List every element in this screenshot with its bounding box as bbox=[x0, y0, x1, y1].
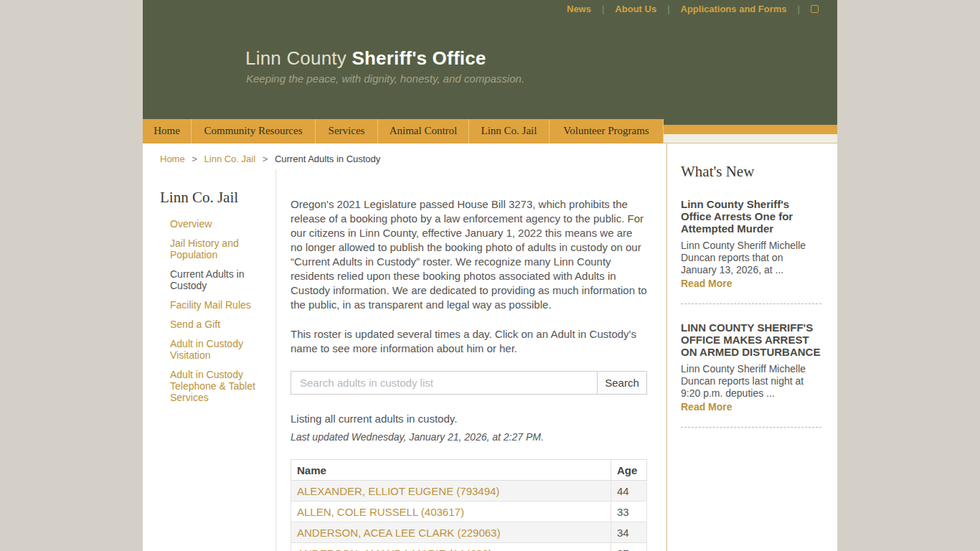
article: Oregon's 2021 Legislature passed House B… bbox=[276, 169, 666, 551]
breadcrumb-current-page: Current Adults in Custody bbox=[275, 154, 380, 164]
table-row: ANDERSON, ACEA LEE CLARK (229063) 34 bbox=[291, 522, 647, 543]
jail-sidebar: Linn Co. Jail Overview Jail History and … bbox=[143, 169, 276, 551]
last-updated-text: Last updated Wednesday, January 21, 2026… bbox=[291, 431, 647, 443]
sidebar-link-overview[interactable]: Overview bbox=[170, 218, 212, 230]
inmate-age: 44 bbox=[611, 481, 647, 501]
custody-search-button[interactable]: Search bbox=[597, 371, 647, 395]
topbar-link-applications-and-forms[interactable]: Applications and Forms bbox=[681, 4, 787, 14]
whats-new-title: What's New bbox=[681, 163, 821, 181]
sidebar-link-visitation[interactable]: Adult in Custody Visitation bbox=[170, 338, 243, 361]
column-header-name: Name bbox=[291, 460, 611, 481]
content-area: Home > Linn Co. Jail > Current Adults in… bbox=[143, 143, 837, 551]
topbar-link-news[interactable]: News bbox=[567, 4, 591, 14]
sidebar-item-overview: Overview bbox=[170, 218, 267, 230]
table-header-row: Name Age bbox=[291, 460, 647, 481]
topbar-separator: | bbox=[798, 4, 800, 14]
listing-status-text: Listing all current adults in custody. bbox=[291, 413, 647, 425]
custody-search-form: Search bbox=[291, 371, 647, 395]
site-title: Linn County Sheriff's Office bbox=[245, 47, 837, 70]
read-more-link[interactable]: Read More bbox=[681, 401, 732, 413]
site-tagline: Keeping the peace, with dignity, honesty… bbox=[246, 72, 837, 85]
page-container: News | About Us | Applications and Forms… bbox=[143, 0, 837, 551]
custody-search-input[interactable] bbox=[291, 371, 597, 395]
decoration-gold-strip bbox=[664, 125, 837, 134]
decoration-green-strip bbox=[664, 119, 837, 125]
sidebar-item-send-a-gift: Send a Gift bbox=[170, 319, 267, 330]
nav-right-decoration bbox=[664, 119, 837, 143]
breadcrumb-section-link[interactable]: Linn Co. Jail bbox=[204, 154, 256, 164]
nav-tab-home[interactable]: Home bbox=[143, 119, 192, 143]
nav-tab-volunteer-programs[interactable]: Volunteer Programs bbox=[550, 119, 664, 143]
news-item: Linn County Sheriff's Office Arrests One… bbox=[681, 198, 821, 290]
jail-sidebar-title: Linn Co. Jail bbox=[160, 189, 267, 207]
news-item: LINN COUNTY SHERIFF'S OFFICE MAKES ARRES… bbox=[681, 321, 821, 413]
sidebar-link-send-a-gift[interactable]: Send a Gift bbox=[170, 319, 220, 330]
breadcrumb-separator: > bbox=[192, 154, 197, 164]
nav-tab-linn-co-jail[interactable]: Linn Co. Jail bbox=[469, 119, 550, 143]
site-title-light: Linn County bbox=[245, 47, 347, 69]
main-columns: Linn Co. Jail Overview Jail History and … bbox=[143, 169, 666, 551]
sidebar-item-current-adults: Current Adults in Custody bbox=[170, 268, 267, 291]
site-title-bold: Sheriff's Office bbox=[352, 47, 486, 69]
intro-paragraph: Oregon's 2021 Legislature passed House B… bbox=[291, 197, 647, 312]
news-divider bbox=[681, 303, 821, 304]
news-item-excerpt: Linn County Sheriff Michelle Duncan repo… bbox=[681, 363, 821, 400]
sidebar-item-jail-history: Jail History and Population bbox=[170, 237, 267, 260]
inmate-name-link[interactable]: ANDERSON, AMANDA MARIE (144690) bbox=[297, 547, 492, 551]
breadcrumb: Home > Linn Co. Jail > Current Adults in… bbox=[143, 143, 666, 169]
news-item-excerpt: Linn County Sheriff Michelle Duncan repo… bbox=[681, 240, 821, 276]
breadcrumb-home-link[interactable]: Home bbox=[160, 154, 185, 164]
whats-new-sidebar: What's New Linn County Sheriff's Office … bbox=[666, 143, 837, 551]
column-header-age: Age bbox=[611, 460, 647, 481]
sidebar-link-jail-history[interactable]: Jail History and Population bbox=[170, 237, 239, 260]
inmate-age: 33 bbox=[611, 501, 647, 522]
sidebar-item-facility-mail-rules: Facility Mail Rules bbox=[170, 299, 267, 311]
news-item-title[interactable]: LINN COUNTY SHERIFF'S OFFICE MAKES ARRES… bbox=[681, 321, 821, 358]
table-row: ALEXANDER, ELLIOT EUGENE (793494) 44 bbox=[291, 481, 647, 501]
topbar-separator: | bbox=[667, 4, 669, 14]
main-nav: Home Community Resources Services Animal… bbox=[143, 119, 664, 143]
sidebar-item-visitation: Adult in Custody Visitation bbox=[170, 338, 267, 361]
roster-info-paragraph: This roster is updated several times a d… bbox=[291, 327, 647, 356]
topbar-link-about-us[interactable]: About Us bbox=[615, 4, 656, 14]
decoration-beige-strip bbox=[664, 134, 837, 143]
inmate-name-link[interactable]: ANDERSON, ACEA LEE CLARK (229063) bbox=[297, 527, 500, 539]
inmate-age: 37 bbox=[611, 543, 647, 551]
breadcrumb-separator: > bbox=[263, 154, 268, 164]
table-row: ALLEN, COLE RUSSELL (403617) 33 bbox=[291, 501, 647, 522]
inmate-name-link[interactable]: ALEXANDER, ELLIOT EUGENE (793494) bbox=[297, 485, 499, 497]
sidebar-item-telephone-tablet: Adult in Custody Telephone & Tablet Serv… bbox=[170, 369, 267, 403]
main-nav-row: Home Community Resources Services Animal… bbox=[143, 119, 837, 143]
sidebar-link-telephone-tablet[interactable]: Adult in Custody Telephone & Tablet Serv… bbox=[170, 369, 255, 403]
news-divider bbox=[681, 427, 821, 428]
inmate-name-link[interactable]: ALLEN, COLE RUSSELL (403617) bbox=[297, 506, 464, 518]
read-more-link[interactable]: Read More bbox=[681, 278, 732, 289]
custody-roster-table: Name Age ALEXANDER, ELLIOT EUGENE (79349… bbox=[291, 459, 647, 551]
jail-sidebar-list: Overview Jail History and Population Cur… bbox=[160, 218, 267, 403]
main-column: Home > Linn Co. Jail > Current Adults in… bbox=[143, 143, 666, 551]
facebook-icon[interactable] bbox=[811, 5, 819, 13]
sidebar-link-facility-mail-rules[interactable]: Facility Mail Rules bbox=[170, 299, 251, 311]
table-row: ANDERSON, AMANDA MARIE (144690) 37 bbox=[291, 543, 647, 551]
inmate-age: 34 bbox=[611, 522, 647, 543]
news-item-title[interactable]: Linn County Sheriff's Office Arrests One… bbox=[681, 198, 821, 235]
utility-nav: News | About Us | Applications and Forms… bbox=[567, 4, 819, 14]
nav-tab-services[interactable]: Services bbox=[316, 119, 378, 143]
nav-tab-community-resources[interactable]: Community Resources bbox=[192, 119, 316, 143]
topbar-separator: | bbox=[602, 4, 604, 14]
nav-tab-animal-control[interactable]: Animal Control bbox=[378, 119, 469, 143]
site-header: News | About Us | Applications and Forms… bbox=[143, 0, 837, 119]
